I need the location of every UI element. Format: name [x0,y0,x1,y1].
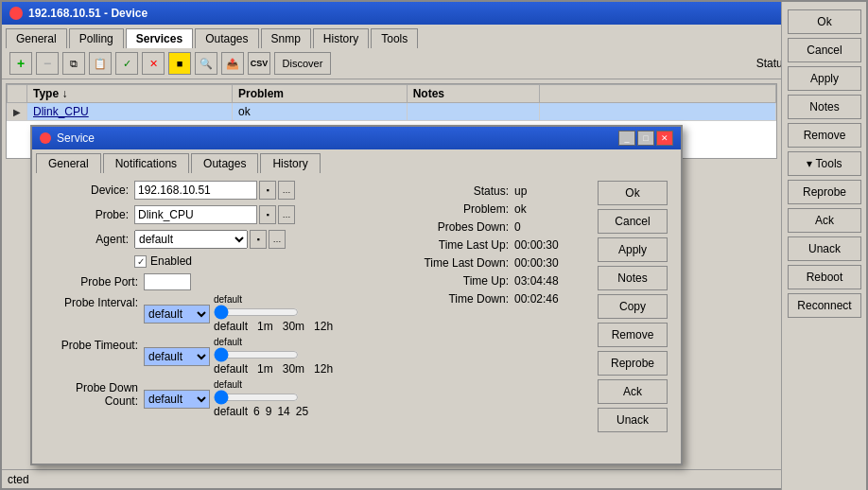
dialog-copy-button[interactable]: Copy [598,294,668,319]
time-last-up-value: 00:00:30 [514,238,559,252]
probe-interval-select[interactable]: default [144,305,210,324]
slider-mark-default: default [214,320,248,333]
time-last-down-label: Time Last Down: [410,256,514,270]
probes-down-row: Probes Down: 0 [410,220,590,234]
dialog-remove-button[interactable]: Remove [598,323,668,347]
probe-down-count-slider-label: default [214,379,308,390]
tab-polling[interactable]: Polling [69,28,124,48]
dialog-close-button[interactable]: ✕ [656,131,673,146]
probe-btn2[interactable]: … [278,205,295,224]
problem-field-label: Problem: [410,202,514,216]
dialog-ok-button[interactable]: Ok [598,181,668,205]
tools-button[interactable]: ▾ Tools [788,151,861,176]
tab-tools[interactable]: Tools [371,28,418,48]
tab-services[interactable]: Services [126,28,193,48]
dialog-tab-outages[interactable]: Outages [191,153,258,173]
cell-type[interactable]: Dlink_CPU [27,103,233,121]
cell-problem: ok [233,103,408,121]
export-button[interactable]: 📤 [221,52,244,75]
unack-button[interactable]: Unack [788,236,861,261]
side-buttons-panel: Ok Cancel Apply Notes Remove ▾ Tools Rep… [781,2,866,490]
enabled-checkbox[interactable]: ✓ [134,255,147,268]
dialog-cancel-button[interactable]: Cancel [598,209,668,234]
remove-button[interactable]: − [36,52,59,75]
service-dialog: Service _ □ ✕ General Notifications Outa… [30,125,683,465]
dialog-buttons-panel: Ok Cancel Apply Notes Copy Remove Reprob… [598,181,673,432]
agent-select[interactable]: default [134,230,248,249]
delete-button[interactable]: ✕ [142,52,165,75]
remove-side-button[interactable]: Remove [788,123,861,148]
paste-button[interactable]: 📋 [89,52,112,75]
dialog-tab-bar: General Notifications Outages History [32,149,681,173]
dialog-ack-button[interactable]: Ack [598,379,668,404]
notes-button[interactable]: Notes [788,95,861,119]
cancel-button[interactable]: Cancel [788,38,861,62]
tab-snmp[interactable]: Snmp [261,28,311,48]
enabled-label: Enabled [150,254,192,268]
probe-input[interactable] [134,205,257,224]
table-row[interactable]: ▶ Dlink_CPU ok [8,103,776,121]
col-notes: Notes [407,85,539,103]
dialog-title-text: Service [57,131,95,145]
agent-btn2[interactable]: … [269,230,286,249]
device-input[interactable] [134,181,257,200]
dialog-minimize-button[interactable]: _ [618,131,635,146]
csv-button[interactable]: CSV [248,52,270,75]
dialog-title-bar: Service _ □ ✕ [32,127,681,149]
dialog-notes-button[interactable]: Notes [598,266,668,290]
time-up-value: 03:04:48 [514,274,559,288]
window-icon [9,7,23,20]
probe-down-count-slider[interactable] [214,390,299,405]
toolbar: + − ⧉ 📋 ✓ ✕ ■ 🔍 📤 CSV Discover Status: a… [2,48,866,79]
dialog-reprobe-button[interactable]: Reprobe [598,351,668,376]
apply-button[interactable]: Apply [788,66,861,91]
add-button[interactable]: + [9,52,32,75]
probe-interval-slider[interactable] [214,305,299,320]
copy-button[interactable]: ⧉ [62,52,85,75]
probe-port-input[interactable] [144,273,191,290]
dialog-tab-general[interactable]: General [36,153,101,173]
window-title: 192.168.10.51 - Device [28,7,148,20]
device-field-row: Device: ▪ … [40,181,403,200]
down-mark-14: 14 [277,405,289,418]
tab-outages[interactable]: Outages [195,28,258,48]
ack-button[interactable]: Ack [788,208,861,233]
check-button[interactable]: ✓ [115,52,138,75]
probe-timeout-slider-label: default [214,337,333,347]
probe-timeout-slider[interactable] [214,347,299,362]
probe-interval-label: Probe Interval: [40,294,144,309]
dialog-tab-history[interactable]: History [260,153,320,173]
reboot-button[interactable]: Reboot [788,265,861,289]
problem-field-value: ok [514,202,527,216]
search-button[interactable]: 🔍 [195,52,217,75]
dialog-tab-notifications[interactable]: Notifications [103,153,189,173]
timeout-mark-default: default [214,362,248,376]
dialog-apply-button[interactable]: Apply [598,237,668,262]
reprobe-button[interactable]: Reprobe [788,180,861,204]
probe-btn1[interactable]: ▪ [259,205,276,224]
device-btn2[interactable]: … [278,181,295,200]
tab-history[interactable]: History [313,28,369,48]
down-mark-9: 9 [266,405,272,418]
status-field-row: Status: up [410,184,590,198]
device-btn1[interactable]: ▪ [259,181,276,200]
ok-button[interactable]: Ok [788,9,861,34]
agent-btn1[interactable]: ▪ [250,230,267,249]
probe-timeout-select[interactable]: default [144,347,210,366]
tab-general[interactable]: General [6,28,67,48]
probe-interval-row: Probe Interval: default default default … [40,294,403,333]
probe-port-label: Probe Port: [40,275,144,289]
probe-down-count-select[interactable]: default [144,390,210,409]
reconnect-button[interactable]: Reconnect [788,293,861,318]
yellow-button[interactable]: ■ [168,52,191,75]
dialog-unack-button[interactable]: Unack [598,408,668,432]
discover-button[interactable]: Discover [274,52,331,75]
status-text: cted [8,473,29,486]
down-mark-25: 25 [296,405,308,418]
dialog-icon [40,132,51,144]
timeout-mark-30m: 30m [283,362,304,376]
dialog-restore-button[interactable]: □ [637,131,654,146]
slider-mark-12h: 12h [314,320,333,333]
timeout-mark-1m: 1m [257,362,273,376]
down-mark-6: 6 [253,405,260,418]
